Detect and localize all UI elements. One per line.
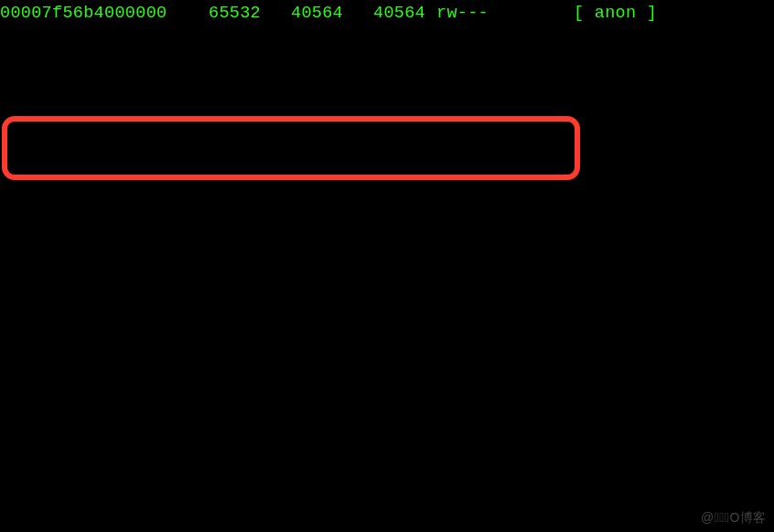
watermark: @   O博客	[701, 510, 767, 527]
highlight-box	[2, 116, 580, 180]
address: 00007f56b4000000	[0, 0, 169, 27]
bracket-left: [	[574, 4, 584, 23]
dirty-kb: 40564	[343, 0, 425, 27]
size-kb: 65532	[169, 0, 261, 27]
bracket-right: ]	[647, 4, 657, 23]
mapping-name: [ anon ]	[500, 0, 657, 27]
memory-row[interactable]: 00007f56b4000000655324056440564rw---[ an…	[0, 0, 774, 27]
terminal-output[interactable]: 00007f56b4000000655324056440564rw---[ an…	[0, 0, 774, 27]
permissions: rw---	[425, 0, 500, 27]
anon-label: anon	[595, 4, 637, 23]
rss-kb: 40564	[261, 0, 343, 27]
